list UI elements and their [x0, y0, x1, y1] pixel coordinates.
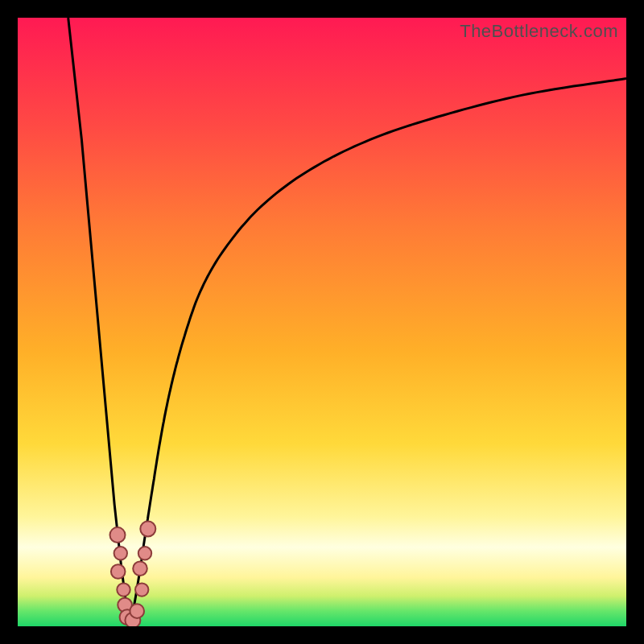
data-marker [114, 547, 127, 559]
data-marker [135, 583, 148, 596]
chart-frame: TheBottleneck.com [0, 0, 644, 644]
data-marker [117, 583, 130, 596]
data-marker [133, 561, 147, 576]
chart-overlay [18, 18, 626, 626]
plot-area: TheBottleneck.com [18, 18, 626, 626]
data-marker [111, 564, 126, 579]
data-marker [110, 527, 126, 543]
data-marker [138, 547, 151, 559]
data-marker [130, 604, 144, 618]
marker-group [110, 522, 156, 627]
data-marker [140, 522, 155, 537]
curve-right [130, 79, 626, 626]
